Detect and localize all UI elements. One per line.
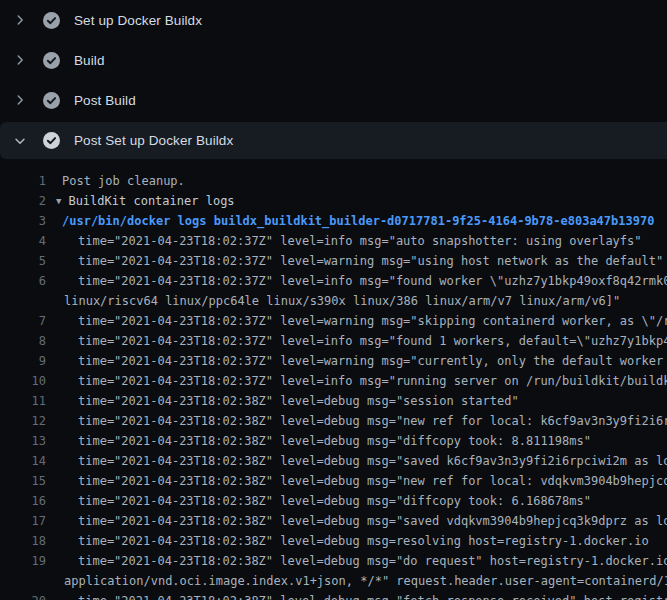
line-number[interactable]: 3	[0, 211, 46, 231]
success-check-icon	[43, 132, 60, 149]
log-line-text: Post job cleanup.	[62, 171, 185, 191]
line-number[interactable]: 20	[0, 591, 46, 600]
actions-log-viewer: Set up Docker BuildxBuildPost BuildPost …	[0, 0, 667, 600]
log-line-text: time="2021-04-23T18:02:38Z" level=debug …	[78, 591, 667, 600]
step-label: Post Build	[74, 93, 136, 108]
line-number[interactable]: 16	[0, 491, 46, 511]
group-title: BuildKit container logs	[68, 194, 234, 208]
log-line-text: time="2021-04-23T18:02:37Z" level=warnin…	[78, 251, 663, 271]
log-line: 9time="2021-04-23T18:02:37Z" level=warni…	[0, 351, 667, 371]
log-line: application/vnd.oci.image.index.v1+json,…	[0, 571, 667, 591]
line-number[interactable]: 11	[0, 391, 46, 411]
line-number[interactable]: 4	[0, 231, 46, 251]
line-number[interactable]: 13	[0, 431, 46, 451]
step-label: Post Set up Docker Buildx	[74, 133, 233, 148]
log-line-text: time="2021-04-23T18:02:38Z" level=debug …	[78, 411, 667, 431]
step-row-post-set-up-docker-buildx[interactable]: Post Set up Docker Buildx	[0, 122, 667, 159]
line-number[interactable]: 5	[0, 251, 46, 271]
step-list: Set up Docker BuildxBuildPost BuildPost …	[0, 0, 667, 159]
log-line: 1Post job cleanup.	[0, 171, 667, 191]
log-line-text: time="2021-04-23T18:02:38Z" level=debug …	[78, 471, 667, 491]
log-line-text: time="2021-04-23T18:02:37Z" level=info m…	[78, 331, 667, 351]
step-label: Set up Docker Buildx	[74, 13, 202, 28]
log-group-header[interactable]: 2▼BuildKit container logs	[0, 191, 667, 211]
line-number[interactable]: 15	[0, 471, 46, 491]
chevron-right-icon[interactable]	[12, 12, 28, 28]
log-line-text: time="2021-04-23T18:02:38Z" level=debug …	[78, 531, 649, 551]
log-line-text: time="2021-04-23T18:02:38Z" level=debug …	[78, 431, 591, 451]
log-line: 10time="2021-04-23T18:02:37Z" level=info…	[0, 371, 667, 391]
line-number[interactable]: 7	[0, 311, 46, 331]
chevron-right-icon[interactable]	[12, 52, 28, 68]
step-label: Build	[74, 53, 105, 68]
log-body: 1Post job cleanup.2▼BuildKit container l…	[0, 159, 667, 600]
log-line: 6time="2021-04-23T18:02:37Z" level=info …	[0, 271, 667, 291]
success-check-icon	[43, 12, 60, 29]
line-number[interactable]: 9	[0, 351, 46, 371]
log-line: 11time="2021-04-23T18:02:38Z" level=debu…	[0, 391, 667, 411]
line-number[interactable]	[0, 291, 46, 311]
step-row-set-up-docker-buildx[interactable]: Set up Docker Buildx	[0, 0, 667, 40]
success-check-icon	[43, 92, 60, 109]
log-line-text: time="2021-04-23T18:02:37Z" level=info m…	[78, 271, 667, 291]
log-line: linux/riscv64 linux/ppc64le linux/s390x …	[0, 291, 667, 311]
line-number[interactable]: 19	[0, 551, 46, 571]
line-number[interactable]: 12	[0, 411, 46, 431]
log-line-text: application/vnd.oci.image.index.v1+json,…	[64, 571, 667, 591]
log-line: 8time="2021-04-23T18:02:37Z" level=info …	[0, 331, 667, 351]
log-command-text: /usr/bin/docker logs buildx_buildkit_bui…	[62, 211, 654, 231]
chevron-down-icon[interactable]	[12, 133, 28, 149]
line-number[interactable]: 10	[0, 371, 46, 391]
log-line-text: linux/riscv64 linux/ppc64le linux/s390x …	[64, 291, 620, 311]
line-number[interactable]: 6	[0, 271, 46, 291]
line-number[interactable]: 1	[0, 171, 46, 191]
success-check-icon	[43, 52, 60, 69]
log-line-text: time="2021-04-23T18:02:37Z" level=warnin…	[78, 311, 667, 331]
log-line: 15time="2021-04-23T18:02:38Z" level=debu…	[0, 471, 667, 491]
log-line: 20time="2021-04-23T18:02:38Z" level=debu…	[0, 591, 667, 600]
chevron-right-icon[interactable]	[12, 92, 28, 108]
log-line-text: time="2021-04-23T18:02:37Z" level=info m…	[78, 371, 667, 391]
log-line-text: time="2021-04-23T18:02:38Z" level=debug …	[78, 391, 519, 411]
log-line-text: time="2021-04-23T18:02:37Z" level=warnin…	[78, 351, 667, 371]
line-number[interactable]	[0, 571, 46, 591]
step-row-post-build[interactable]: Post Build	[0, 80, 667, 120]
log-line: 17time="2021-04-23T18:02:38Z" level=debu…	[0, 511, 667, 531]
line-number[interactable]: 17	[0, 511, 46, 531]
log-line-text: time="2021-04-23T18:02:38Z" level=debug …	[78, 511, 667, 531]
log-line: 13time="2021-04-23T18:02:38Z" level=debu…	[0, 431, 667, 451]
line-number[interactable]: 8	[0, 331, 46, 351]
log-line-text: time="2021-04-23T18:02:38Z" level=debug …	[78, 551, 667, 571]
line-number[interactable]: 18	[0, 531, 46, 551]
log-line-text: time="2021-04-23T18:02:38Z" level=debug …	[78, 491, 591, 511]
line-number[interactable]: 14	[0, 451, 46, 471]
log-line: 12time="2021-04-23T18:02:38Z" level=debu…	[0, 411, 667, 431]
log-line-text: time="2021-04-23T18:02:38Z" level=debug …	[78, 451, 667, 471]
log-line: 4time="2021-04-23T18:02:37Z" level=info …	[0, 231, 667, 251]
log-line: 5time="2021-04-23T18:02:37Z" level=warni…	[0, 251, 667, 271]
line-number[interactable]: 2	[0, 191, 46, 211]
log-line-text: ▼BuildKit container logs	[56, 191, 235, 211]
log-line: 14time="2021-04-23T18:02:38Z" level=debu…	[0, 451, 667, 471]
log-line: 19time="2021-04-23T18:02:38Z" level=debu…	[0, 551, 667, 571]
group-collapse-caret-icon[interactable]: ▼	[56, 196, 61, 206]
log-line: 16time="2021-04-23T18:02:38Z" level=debu…	[0, 491, 667, 511]
log-line-text: time="2021-04-23T18:02:37Z" level=info m…	[78, 231, 642, 251]
log-line: 18time="2021-04-23T18:02:38Z" level=debu…	[0, 531, 667, 551]
step-row-build[interactable]: Build	[0, 40, 667, 80]
log-line: 7time="2021-04-23T18:02:37Z" level=warni…	[0, 311, 667, 331]
log-line: 3/usr/bin/docker logs buildx_buildkit_bu…	[0, 211, 667, 231]
